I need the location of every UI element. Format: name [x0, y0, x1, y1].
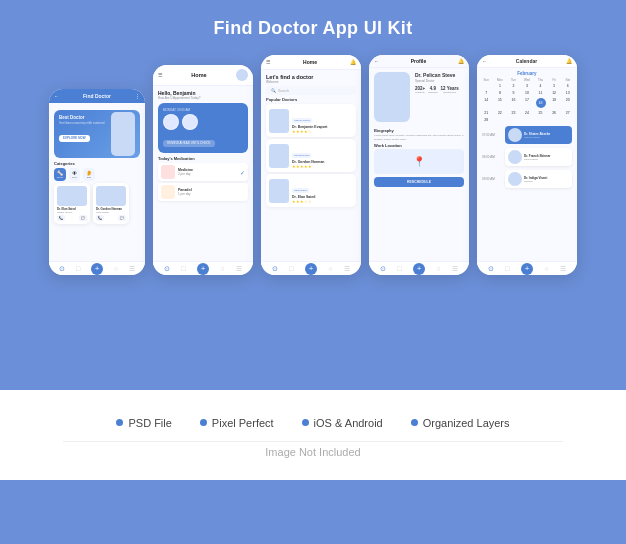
phone5-nav-cal[interactable]: □	[505, 265, 509, 272]
phone5-nav-plus[interactable]: +	[521, 263, 533, 275]
phone3-nav-chat[interactable]: ○	[328, 265, 332, 272]
phone5-nav-profile[interactable]: ☰	[560, 265, 566, 273]
doctor2-chat-btn[interactable]: 💬	[118, 215, 126, 221]
cat-ear[interactable]: 👂 Ear	[83, 168, 95, 181]
phone5-appointments: 07:00 AM Dr. Shaine Abeebe Special Docto…	[477, 123, 577, 195]
cal-19[interactable]: 19	[548, 97, 561, 109]
features-row: PSD File Pixel Perfect iOS & Android Org…	[96, 405, 529, 437]
stat-patients-label: Patients	[415, 91, 425, 94]
cal-26[interactable]: 26	[548, 110, 561, 116]
med1-icon	[161, 165, 175, 179]
cal-14[interactable]: 14	[480, 97, 493, 109]
med1-dose: 2 per day	[178, 172, 193, 176]
cal-23[interactable]: 23	[507, 110, 520, 116]
doc-list-item-3[interactable]: Neurologist Dr. Elan Saied ★★★☆☆	[266, 174, 356, 207]
cal-28[interactable]: 28	[480, 117, 493, 123]
phone4-nav-cal[interactable]: □	[397, 265, 401, 272]
phone3-welcome: Welcome	[266, 80, 356, 84]
phone5-header: ← Calendar 🔔	[477, 55, 577, 68]
cal-2[interactable]: 2	[507, 83, 520, 89]
phone2-nav-profile[interactable]: ☰	[236, 265, 242, 273]
phone2-nav-home[interactable]: ⊙	[164, 265, 170, 273]
cal-24[interactable]: 24	[521, 110, 534, 116]
phone2-remind-btn[interactable]: REMIND AHEAD UNTIL CHECK	[163, 140, 215, 147]
doc-list-item-2[interactable]: Dermatologist Dr. Gordon Norman ★★★★★	[266, 139, 356, 172]
doctor1-chat-btn[interactable]: 💬	[79, 215, 87, 221]
phone1-explore-btn[interactable]: EXPLORE NOW	[59, 135, 90, 142]
doctor2-call-btn[interactable]: 📞	[96, 215, 104, 221]
phone1-doctor-image	[111, 112, 135, 156]
phone5-nav-home[interactable]: ⊙	[488, 265, 494, 273]
appt1-card[interactable]: Dr. Shaine Abeebe Special Doctor	[505, 126, 572, 144]
nav-plus-icon[interactable]: +	[91, 263, 103, 275]
doc-list2-image	[269, 144, 289, 168]
nav-profile-icon[interactable]: ☰	[129, 265, 135, 273]
cal-1[interactable]: 1	[494, 83, 507, 89]
cal-10[interactable]: 10	[521, 90, 534, 96]
cal-16[interactable]: 16	[507, 97, 520, 109]
doctor-card-1[interactable]: Dr. Elan Saied MBBS, BCPS... 📞 💬	[54, 183, 90, 224]
doc-list2-stars: ★★★★★	[292, 164, 353, 169]
phone4-nav-home[interactable]: ⊙	[380, 265, 386, 273]
phone5-nav-chat[interactable]: ○	[544, 265, 548, 272]
cal-6[interactable]: 6	[561, 83, 574, 89]
phone-1: ← Find Doctor ⋮ Best Doctor Sed diam non…	[49, 89, 145, 275]
cal-9[interactable]: 9	[507, 90, 520, 96]
cal-5[interactable]: 5	[548, 83, 561, 89]
appt3-time: 09:00 AM	[482, 177, 502, 181]
cal-21[interactable]: 21	[480, 110, 493, 116]
doc-list3-spec: Neurologist	[292, 188, 309, 193]
cal-7[interactable]: 7	[480, 90, 493, 96]
doctor1-call-btn[interactable]: 📞	[57, 215, 65, 221]
cal-3[interactable]: 3	[521, 83, 534, 89]
phone4-nav-profile[interactable]: ☰	[452, 265, 458, 273]
appt2-card[interactable]: Dr. Franck Skinner Neurological	[505, 148, 572, 166]
cat-eye[interactable]: 👁 Eye	[69, 168, 80, 181]
phone3-nav-profile[interactable]: ☰	[344, 265, 350, 273]
doctor2-spec: Neurologist	[96, 211, 126, 214]
cat-bone-label: Bone	[57, 176, 63, 179]
phone1-hero: Best Doctor Sed diam nonummy nibh euismo…	[54, 110, 140, 158]
phone2-nav-cal[interactable]: □	[181, 265, 185, 272]
phone4-schedule-btn[interactable]: RESCHEDULE	[374, 177, 464, 187]
phone4-nav-chat[interactable]: ○	[436, 265, 440, 272]
phone2-sub: How Are U Appointment Today?	[158, 96, 248, 100]
appt3-info: Dr. Indiga Viseni General	[524, 176, 547, 183]
day-thu: Thu	[534, 78, 547, 82]
appt1-avatar	[508, 128, 522, 142]
cal-8[interactable]: 8	[494, 90, 507, 96]
doc-list-item-1[interactable]: Special Doctor Dr. Benjamin Evaport ★★★★…	[266, 104, 356, 137]
cat-bone[interactable]: 🦴 Bone	[54, 168, 66, 181]
doctor-card-2[interactable]: Dr. Gordon Norman Neurologist 📞 💬	[93, 183, 129, 224]
cal-4[interactable]: 4	[534, 83, 547, 89]
phone3-doctors-list: Special Doctor Dr. Benjamin Evaport ★★★★…	[266, 104, 356, 207]
phone4-nav-plus[interactable]: +	[413, 263, 425, 275]
cal-12[interactable]: 12	[548, 90, 561, 96]
nav-home-icon[interactable]: ⊙	[59, 265, 65, 273]
appt3-card[interactable]: Dr. Indiga Viseni General	[505, 170, 572, 188]
nav-chat-icon[interactable]: ○	[114, 265, 118, 272]
cal-15[interactable]: 15	[494, 97, 507, 109]
nav-calendar-icon[interactable]: □	[76, 265, 80, 272]
cal-22[interactable]: 22	[494, 110, 507, 116]
phone3-search[interactable]: 🔍 Search	[266, 86, 356, 95]
cal-20[interactable]: 20	[561, 97, 574, 109]
phone3-nav-cal[interactable]: □	[289, 265, 293, 272]
cal-18-active[interactable]: 18	[534, 97, 547, 109]
cal-13[interactable]: 13	[561, 90, 574, 96]
phone3-nav-plus[interactable]: +	[305, 263, 317, 275]
phone2-nav-plus[interactable]: +	[197, 263, 209, 275]
day-wed: Wed	[521, 78, 534, 82]
cal-25[interactable]: 25	[534, 110, 547, 116]
doc-list1-image	[269, 109, 289, 133]
cal-11[interactable]: 11	[534, 90, 547, 96]
phone3-nav-home[interactable]: ⊙	[272, 265, 278, 273]
phone2-nav-chat[interactable]: ○	[220, 265, 224, 272]
cal-27[interactable]: 27	[561, 110, 574, 116]
cat-ear-label: Ear	[86, 176, 92, 179]
phone-2: ☰ Home Hello, Benjamin How Are U Appoint…	[153, 65, 253, 275]
appt1-info: Dr. Shaine Abeebe Special Doctor	[524, 132, 550, 139]
phone5-nav: ⊙ □ + ○ ☰	[477, 261, 577, 275]
cal-17[interactable]: 17	[521, 97, 534, 109]
stat-reviews: 4.9 Reviews	[428, 86, 437, 94]
